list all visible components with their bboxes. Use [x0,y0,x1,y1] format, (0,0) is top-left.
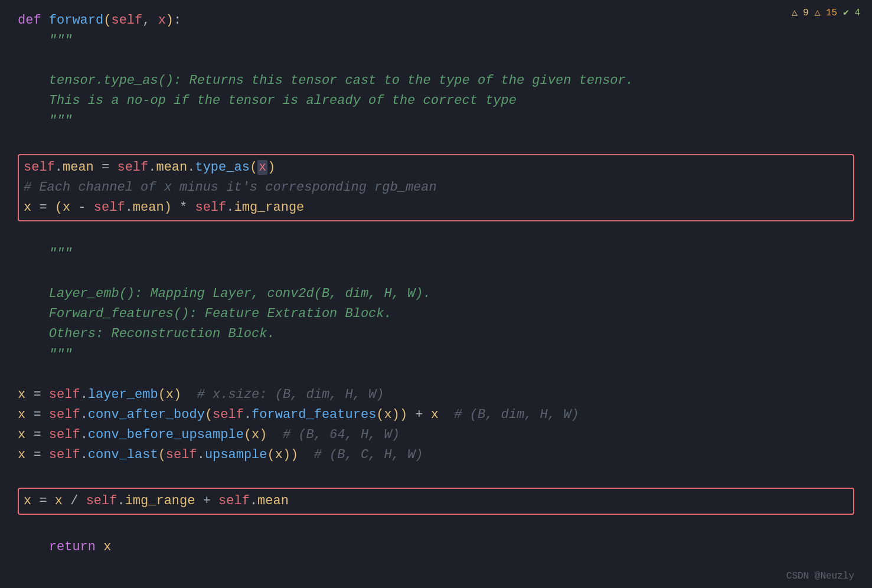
line-docstring-4: Forward_features(): Feature Extration Bl… [18,304,854,324]
line-docstring-open-2: """ [18,244,854,264]
line-blank-2 [18,132,854,152]
line-conv-before: x = self.conv_before_upsample(x) # (B, 6… [18,425,854,445]
line-blank-7 [18,517,854,537]
line-conv-last: x = self.conv_last(self.upsample(x)) # (… [18,445,854,465]
line-blank-4 [18,264,854,284]
highlight-block-2: x = x / self.img_range + self.mean [18,488,854,515]
line-docstring-5: Others: Reconstruction Block. [18,324,854,344]
watermark: CSDN @Neuzly [786,569,854,584]
line-x-assign-1: x = (x - self.mean) * self.img_range [24,198,848,218]
ok-count: ✔ 4 [843,6,860,21]
highlight-block-1: self.mean = self.mean.type_as(x) # Each … [18,154,854,221]
line-return: return x [18,537,854,557]
line-conv-after: x = self.conv_after_body(self.forward_fe… [18,405,854,425]
code-editor: △ 9 △ 15 ✔ 4 def forward(self, x): """ t… [0,0,872,588]
line-docstring-close-2: """ [18,345,854,365]
line-blank-6 [18,465,854,485]
line-docstring-2: This is a no-op if the tensor is already… [18,91,854,111]
line-comment-channel: # Each channel of x minus it's correspon… [24,178,848,198]
line-docstring-open-1: """ [18,31,854,51]
line-layer-emb: x = self.layer_emb(x) # x.size: (B, dim,… [18,385,854,405]
line-def: def forward(self, x): [18,11,854,31]
warning-yellow-count: △ 9 [792,6,809,21]
line-docstring-3: Layer_emb(): Mapping Layer, conv2d(B, di… [18,284,854,304]
line-blank-3 [18,224,854,244]
line-self-mean: self.mean = self.mean.type_as(x) [24,158,848,178]
warning-orange-count: △ 15 [815,6,837,21]
status-bar: △ 9 △ 15 ✔ 4 [792,6,860,21]
line-docstring-1: tensor.type_as(): Returns this tensor ca… [18,71,854,91]
line-x-final: x = x / self.img_range + self.mean [24,491,848,511]
line-docstring-close-1: """ [18,111,854,131]
line-blank-5 [18,365,854,385]
line-blank-1 [18,51,854,71]
